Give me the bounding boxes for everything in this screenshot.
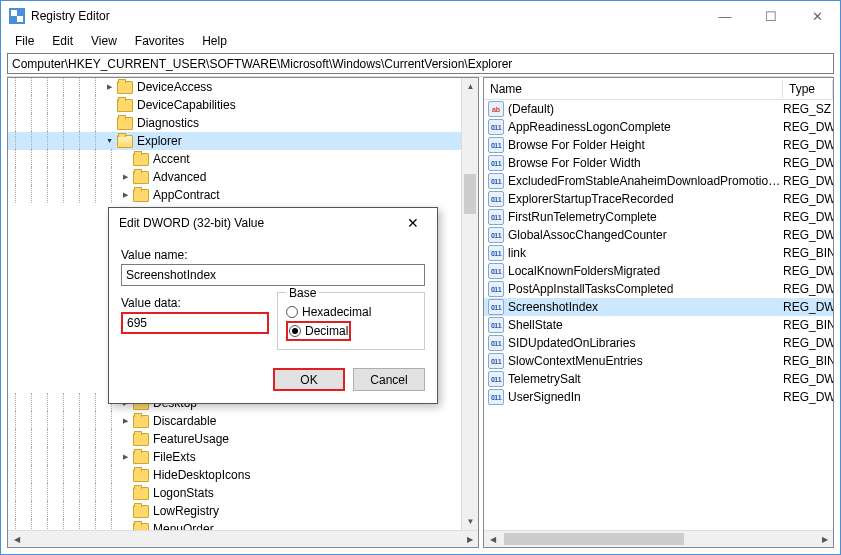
value-row[interactable]: 011SIDUpdatedOnLibrariesREG_DWORD	[484, 334, 833, 352]
menubar: File Edit View Favorites Help	[1, 31, 840, 51]
tree-item-appcontract[interactable]: AppContract	[8, 186, 461, 204]
scroll-right-icon[interactable]: ▶	[816, 531, 833, 548]
value-row[interactable]: 011PostAppInstallTasksCompletedREG_DWORD	[484, 280, 833, 298]
tree-item-devicecapabilities[interactable]: DeviceCapabilities	[8, 96, 461, 114]
value-row[interactable]: 011ExcludedFromStableAnaheimDownloadProm…	[484, 172, 833, 190]
value-name: FirstRunTelemetryComplete	[508, 210, 783, 224]
expander-icon[interactable]	[104, 82, 115, 93]
tree-item-featureusage[interactable]: FeatureUsage	[8, 430, 461, 448]
menu-help[interactable]: Help	[194, 32, 235, 50]
binary-value-icon: 011	[488, 245, 504, 261]
col-type[interactable]: Type	[783, 80, 833, 98]
tree-item-menuorder[interactable]: MenuOrder	[8, 520, 461, 530]
value-type: REG_DWORD	[783, 210, 833, 224]
value-row[interactable]: 011FirstRunTelemetryCompleteREG_DWORD	[484, 208, 833, 226]
tree-hscrollbar[interactable]: ◀ ▶	[8, 530, 478, 547]
base-fieldset: Base Hexadecimal Decimal	[277, 292, 425, 350]
binary-value-icon: 011	[488, 263, 504, 279]
dialog-close-button[interactable]: ✕	[399, 215, 427, 231]
radio-icon	[289, 325, 301, 337]
value-row[interactable]: 011SlowContextMenuEntriesREG_BINARY	[484, 352, 833, 370]
col-name[interactable]: Name	[484, 80, 783, 98]
value-data-field[interactable]	[121, 312, 269, 334]
tree-spacer	[120, 434, 131, 445]
binary-value-icon: 011	[488, 299, 504, 315]
scroll-up-icon[interactable]: ▲	[462, 78, 479, 95]
binary-value-icon: 011	[488, 371, 504, 387]
tree-item-label: MenuOrder	[153, 522, 214, 530]
value-row[interactable]: 011GlobalAssocChangedCounterREG_DWORD	[484, 226, 833, 244]
value-type: REG_DWORD	[783, 264, 833, 278]
tree-vscrollbar[interactable]: ▲ ▼	[461, 78, 478, 530]
value-type: REG_DWORD	[783, 174, 833, 188]
cancel-button[interactable]: Cancel	[353, 368, 425, 391]
tree-item-deviceaccess[interactable]: DeviceAccess	[8, 78, 461, 96]
close-button[interactable]: ✕	[794, 1, 840, 31]
value-name-field[interactable]	[121, 264, 425, 286]
scroll-left-icon[interactable]: ◀	[8, 531, 25, 548]
value-row[interactable]: 011LocalKnownFoldersMigratedREG_DWORD	[484, 262, 833, 280]
radio-hexadecimal[interactable]: Hexadecimal	[286, 305, 416, 319]
tree-item-label: Accent	[153, 152, 190, 166]
value-row[interactable]: 011TelemetrySaltREG_DWORD	[484, 370, 833, 388]
tree-item-label: FeatureUsage	[153, 432, 229, 446]
folder-icon	[133, 487, 149, 500]
tree-item-hidedesktopicons[interactable]: HideDesktopIcons	[8, 466, 461, 484]
list-hthumb[interactable]	[504, 533, 684, 545]
value-data-label: Value data:	[121, 296, 269, 310]
list-hscrollbar[interactable]: ◀ ▶	[484, 530, 833, 547]
tree-vthumb[interactable]	[464, 174, 476, 214]
address-bar[interactable]: Computer\HKEY_CURRENT_USER\SOFTWARE\Micr…	[7, 53, 834, 74]
value-name: (Default)	[508, 102, 783, 116]
value-name: ExcludedFromStableAnaheimDownloadPromoti…	[508, 174, 783, 188]
menu-file[interactable]: File	[7, 32, 42, 50]
tree-item-lowregistry[interactable]: LowRegistry	[8, 502, 461, 520]
binary-value-icon: 011	[488, 335, 504, 351]
tree-item-fileexts[interactable]: FileExts	[8, 448, 461, 466]
value-name: PostAppInstallTasksCompleted	[508, 282, 783, 296]
folder-icon	[133, 469, 149, 482]
value-row[interactable]: 011UserSignedInREG_DWORD	[484, 388, 833, 406]
tree-item-diagnostics[interactable]: Diagnostics	[8, 114, 461, 132]
menu-edit[interactable]: Edit	[44, 32, 81, 50]
expander-icon[interactable]	[120, 416, 131, 427]
value-name: ExplorerStartupTraceRecorded	[508, 192, 783, 206]
tree-item-logonstats[interactable]: LogonStats	[8, 484, 461, 502]
dialog-titlebar: Edit DWORD (32-bit) Value ✕	[109, 208, 437, 238]
radio-decimal[interactable]: Decimal	[289, 324, 348, 338]
value-type: REG_BINARY	[783, 246, 833, 260]
value-row[interactable]: 011Browse For Folder WidthREG_DWORD	[484, 154, 833, 172]
tree-item-label: HideDesktopIcons	[153, 468, 250, 482]
maximize-button[interactable]: ☐	[748, 1, 794, 31]
expander-icon[interactable]	[120, 172, 131, 183]
window-title: Registry Editor	[31, 9, 110, 23]
tree-item-advanced[interactable]: Advanced	[8, 168, 461, 186]
minimize-button[interactable]: —	[702, 1, 748, 31]
expander-icon[interactable]	[120, 452, 131, 463]
tree-item-discardable[interactable]: Discardable	[8, 412, 461, 430]
folder-icon	[117, 117, 133, 130]
folder-icon	[133, 153, 149, 166]
binary-value-icon: 011	[488, 137, 504, 153]
value-row[interactable]: 011AppReadinessLogonCompleteREG_DWORD	[484, 118, 833, 136]
value-row[interactable]: 011ExplorerStartupTraceRecordedREG_DWORD	[484, 190, 833, 208]
value-row[interactable]: ab(Default)REG_SZ	[484, 100, 833, 118]
value-name: TelemetrySalt	[508, 372, 783, 386]
binary-value-icon: 011	[488, 173, 504, 189]
value-row[interactable]: 011linkREG_BINARY	[484, 244, 833, 262]
expander-icon[interactable]	[120, 190, 131, 201]
value-row[interactable]: 011ScreenshotIndexREG_DWORD	[484, 298, 833, 316]
scroll-right-icon[interactable]: ▶	[461, 531, 478, 548]
scroll-down-icon[interactable]: ▼	[462, 513, 479, 530]
scroll-left-icon[interactable]: ◀	[484, 531, 501, 548]
ok-button[interactable]: OK	[273, 368, 345, 391]
value-row[interactable]: 011ShellStateREG_BINARY	[484, 316, 833, 334]
tree-item-accent[interactable]: Accent	[8, 150, 461, 168]
value-row[interactable]: 011Browse For Folder HeightREG_DWORD	[484, 136, 833, 154]
tree-item-explorer[interactable]: Explorer	[8, 132, 461, 150]
expander-icon[interactable]	[104, 136, 115, 147]
menu-view[interactable]: View	[83, 32, 125, 50]
tree-item-label: DeviceCapabilities	[137, 98, 236, 112]
menu-favorites[interactable]: Favorites	[127, 32, 192, 50]
tree-spacer	[104, 100, 115, 111]
